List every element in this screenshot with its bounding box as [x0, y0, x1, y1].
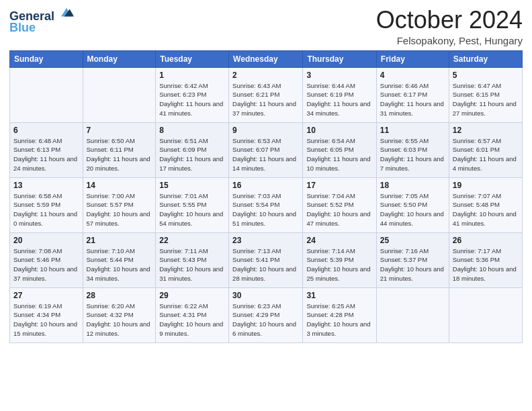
sunset-text: Sunset: 5:37 PM — [380, 256, 427, 263]
daylight-text: Daylight: 10 hours and 41 minutes. — [453, 210, 517, 227]
sunset-text: Sunset: 5:54 PM — [232, 201, 279, 208]
day-number: 16 — [232, 181, 299, 190]
sunrise-text: Sunrise: 7:14 AM — [306, 247, 355, 255]
daylight-text: Daylight: 10 hours and 6 minutes. — [232, 320, 296, 337]
daylight-text: Daylight: 11 hours and 7 minutes. — [380, 155, 444, 172]
sunrise-text: Sunrise: 7:16 AM — [380, 247, 429, 255]
sunrise-text: Sunrise: 7:07 AM — [453, 192, 501, 199]
sunset-text: Sunset: 5:57 PM — [87, 201, 134, 208]
day-info: Sunrise: 7:11 AMSunset: 5:43 PMDaylight:… — [159, 246, 225, 283]
daylight-text: Daylight: 10 hours and 37 minutes. — [13, 265, 77, 282]
calendar-week-row: 20Sunrise: 7:08 AMSunset: 5:46 PMDayligh… — [10, 232, 523, 287]
daylight-text: Daylight: 10 hours and 3 minutes. — [306, 320, 370, 337]
calendar-week-row: 27Sunrise: 6:19 AMSunset: 4:34 PMDayligh… — [10, 287, 523, 342]
calendar-week-row: 13Sunrise: 6:58 AMSunset: 5:59 PMDayligh… — [10, 177, 523, 232]
sunrise-text: Sunrise: 7:13 AM — [232, 247, 281, 255]
day-info: Sunrise: 7:16 AMSunset: 5:37 PMDaylight:… — [380, 246, 445, 283]
day-info: Sunrise: 7:05 AMSunset: 5:50 PMDaylight:… — [380, 191, 445, 228]
calendar-page: General Blue October 2024 Felsopakony, P… — [0, 0, 532, 411]
day-number: 22 — [159, 236, 225, 245]
calendar-cell: 17Sunrise: 7:04 AMSunset: 5:52 PMDayligh… — [303, 177, 376, 232]
daylight-text: Daylight: 10 hours and 12 minutes. — [87, 320, 150, 337]
day-info: Sunrise: 7:03 AMSunset: 5:54 PMDaylight:… — [232, 191, 299, 228]
calendar-body: 1Sunrise: 6:42 AMSunset: 6:23 PMDaylight… — [10, 67, 523, 342]
sunset-text: Sunset: 5:44 PM — [87, 256, 134, 263]
day-number: 26 — [453, 236, 519, 245]
sunset-text: Sunset: 6:15 PM — [453, 91, 500, 98]
sunrise-text: Sunrise: 6:54 AM — [306, 137, 355, 144]
calendar-cell: 10Sunrise: 6:54 AMSunset: 6:05 PMDayligh… — [303, 122, 376, 177]
calendar-week-row: 1Sunrise: 6:42 AMSunset: 6:23 PMDaylight… — [10, 67, 523, 122]
daylight-text: Daylight: 11 hours and 41 minutes. — [159, 100, 223, 117]
col-header-saturday: Saturday — [449, 50, 522, 67]
day-number: 7 — [87, 126, 152, 135]
day-info: Sunrise: 6:54 AMSunset: 6:05 PMDaylight:… — [306, 136, 372, 173]
sunset-text: Sunset: 4:29 PM — [232, 311, 279, 318]
calendar-cell: 6Sunrise: 6:48 AMSunset: 6:13 PMDaylight… — [10, 122, 83, 177]
day-number: 5 — [453, 71, 519, 80]
sunset-text: Sunset: 6:17 PM — [380, 91, 427, 98]
day-number: 15 — [159, 181, 225, 190]
day-info: Sunrise: 6:25 AMSunset: 4:28 PMDaylight:… — [306, 302, 372, 338]
daylight-text: Daylight: 10 hours and 57 minutes. — [87, 210, 150, 227]
day-info: Sunrise: 7:14 AMSunset: 5:39 PMDaylight:… — [306, 246, 372, 283]
sunset-text: Sunset: 5:43 PM — [159, 256, 206, 263]
sunset-text: Sunset: 4:34 PM — [13, 311, 60, 318]
day-info: Sunrise: 7:10 AMSunset: 5:44 PMDaylight:… — [87, 246, 152, 283]
sunrise-text: Sunrise: 6:42 AM — [159, 82, 208, 89]
sunrise-text: Sunrise: 6:19 AM — [13, 302, 62, 310]
daylight-text: Daylight: 11 hours and 17 minutes. — [159, 155, 223, 172]
month-title: October 2024 — [376, 7, 523, 34]
day-number: 14 — [87, 181, 152, 190]
daylight-text: Daylight: 10 hours and 31 minutes. — [159, 265, 223, 282]
day-number: 28 — [87, 291, 152, 300]
day-number: 3 — [306, 71, 372, 80]
daylight-text: Daylight: 10 hours and 28 minutes. — [232, 265, 296, 282]
sunrise-text: Sunrise: 6:44 AM — [306, 82, 355, 89]
calendar-cell — [449, 287, 522, 342]
calendar-header-row: SundayMondayTuesdayWednesdayThursdayFrid… — [10, 50, 523, 67]
sunset-text: Sunset: 5:52 PM — [306, 201, 353, 208]
calendar-cell: 7Sunrise: 6:50 AMSunset: 6:11 PMDaylight… — [83, 122, 156, 177]
sunrise-text: Sunrise: 6:22 AM — [159, 302, 208, 310]
daylight-text: Daylight: 11 hours and 20 minutes. — [87, 155, 150, 172]
sunrise-text: Sunrise: 7:01 AM — [159, 192, 208, 199]
sunrise-text: Sunrise: 6:43 AM — [232, 82, 281, 89]
sunrise-text: Sunrise: 6:46 AM — [380, 82, 429, 89]
sunset-text: Sunset: 6:09 PM — [159, 146, 206, 153]
sunset-text: Sunset: 6:19 PM — [306, 91, 353, 98]
day-info: Sunrise: 6:51 AMSunset: 6:09 PMDaylight:… — [159, 136, 225, 173]
sunset-text: Sunset: 5:46 PM — [13, 256, 60, 263]
day-number: 27 — [13, 291, 79, 300]
calendar-cell: 8Sunrise: 6:51 AMSunset: 6:09 PMDaylight… — [156, 122, 229, 177]
day-info: Sunrise: 7:04 AMSunset: 5:52 PMDaylight:… — [306, 191, 372, 228]
sunset-text: Sunset: 6:03 PM — [380, 146, 427, 153]
day-number: 24 — [306, 236, 372, 245]
logo-icon — [59, 5, 74, 20]
daylight-text: Daylight: 11 hours and 24 minutes. — [13, 155, 77, 172]
col-header-wednesday: Wednesday — [229, 50, 303, 67]
daylight-text: Daylight: 10 hours and 18 minutes. — [453, 265, 517, 282]
sunset-text: Sunset: 6:23 PM — [159, 91, 206, 98]
sunrise-text: Sunrise: 7:08 AM — [13, 247, 62, 255]
day-number: 8 — [159, 126, 225, 135]
calendar-table: SundayMondayTuesdayWednesdayThursdayFrid… — [9, 50, 523, 343]
sunrise-text: Sunrise: 6:51 AM — [159, 137, 208, 144]
day-info: Sunrise: 6:46 AMSunset: 6:17 PMDaylight:… — [380, 81, 445, 118]
daylight-text: Daylight: 10 hours and 44 minutes. — [380, 210, 444, 227]
calendar-cell — [83, 67, 156, 122]
day-info: Sunrise: 6:20 AMSunset: 4:32 PMDaylight:… — [87, 302, 152, 338]
sunset-text: Sunset: 5:50 PM — [380, 201, 427, 208]
day-info: Sunrise: 6:53 AMSunset: 6:07 PMDaylight:… — [232, 136, 299, 173]
col-header-monday: Monday — [83, 50, 156, 67]
calendar-cell: 24Sunrise: 7:14 AMSunset: 5:39 PMDayligh… — [303, 232, 376, 287]
calendar-cell: 4Sunrise: 6:46 AMSunset: 6:17 PMDaylight… — [376, 67, 449, 122]
sunrise-text: Sunrise: 6:25 AM — [306, 302, 355, 310]
day-info: Sunrise: 7:07 AMSunset: 5:48 PMDaylight:… — [453, 191, 519, 228]
day-number: 10 — [306, 126, 372, 135]
day-number: 17 — [306, 181, 372, 190]
day-info: Sunrise: 7:17 AMSunset: 5:36 PMDaylight:… — [453, 246, 519, 283]
day-number: 4 — [380, 71, 445, 80]
sunrise-text: Sunrise: 7:10 AM — [87, 247, 135, 255]
calendar-cell: 21Sunrise: 7:10 AMSunset: 5:44 PMDayligh… — [83, 232, 156, 287]
